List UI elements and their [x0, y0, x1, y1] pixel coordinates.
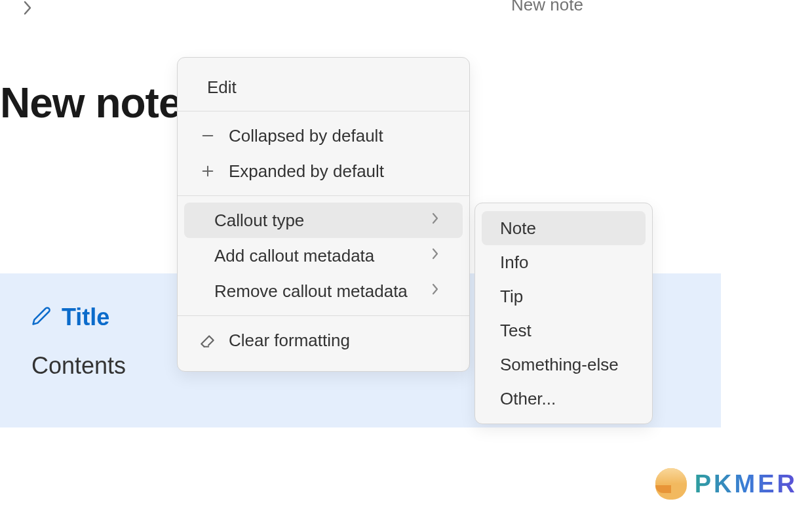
menu-item-expanded[interactable]: Expanded by default	[184, 153, 463, 189]
note-title[interactable]: New note	[0, 79, 181, 127]
chevron-right-icon	[431, 247, 439, 264]
menu-item-label: Callout type	[214, 210, 431, 231]
tab-title: New note	[511, 0, 583, 15]
watermark: PKMER	[655, 468, 798, 500]
pkmer-logo-icon	[655, 468, 687, 500]
submenu-option-test[interactable]: Test	[482, 313, 646, 347]
menu-item-label: Clear formatting	[229, 330, 439, 351]
menu-item-label: Expanded by default	[229, 161, 439, 182]
chevron-right-icon	[431, 212, 439, 229]
menu-header: Edit	[178, 64, 469, 111]
menu-item-collapsed[interactable]: Collapsed by default	[184, 118, 463, 153]
watermark-text: PKMER	[695, 470, 798, 498]
menu-item-callout-type[interactable]: Callout type	[184, 203, 463, 238]
menu-item-add-metadata[interactable]: Add callout metadata	[184, 238, 463, 273]
menu-item-label: Remove callout metadata	[214, 281, 431, 302]
menu-item-label: Collapsed by default	[229, 126, 439, 146]
callout-type-submenu: Note Info Tip Test Something-else Other.…	[474, 203, 653, 424]
menu-item-remove-metadata[interactable]: Remove callout metadata	[184, 273, 463, 309]
minus-icon	[197, 129, 218, 143]
pencil-icon	[31, 306, 51, 328]
menu-item-clear-formatting[interactable]: Clear formatting	[184, 323, 463, 358]
menu-item-label: Add callout metadata	[214, 246, 431, 266]
plus-icon	[197, 164, 218, 178]
submenu-option-other[interactable]: Other...	[482, 382, 646, 416]
submenu-option-note[interactable]: Note	[482, 211, 646, 245]
eraser-icon	[197, 332, 218, 349]
breadcrumb-chevron-icon[interactable]	[23, 0, 32, 20]
submenu-option-something-else[interactable]: Something-else	[482, 347, 646, 382]
submenu-option-tip[interactable]: Tip	[482, 279, 646, 313]
chevron-right-icon	[431, 283, 439, 300]
callout-title: Title	[62, 304, 109, 331]
context-menu: Edit Collapsed by default Expanded by de…	[177, 57, 470, 372]
submenu-option-info[interactable]: Info	[482, 245, 646, 279]
